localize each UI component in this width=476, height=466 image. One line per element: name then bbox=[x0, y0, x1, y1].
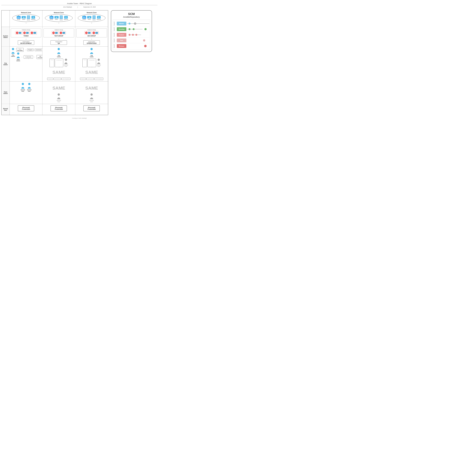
ethernet-icon-ops bbox=[97, 16, 101, 19]
branch-label-develop: branch bbox=[113, 27, 116, 31]
tower-rack-qa-1 bbox=[55, 32, 58, 34]
date: September 24, 2019 bbox=[83, 6, 96, 8]
arrow-dev-net: ↓ bbox=[11, 22, 41, 24]
personal-cred-dev: (Personal) Credentials bbox=[18, 105, 34, 111]
server-icon-qa bbox=[60, 15, 63, 19]
team-row: Team DevTeam → Projects Inventories bbox=[16, 48, 43, 52]
cell-teamadmin-dev: NormalUser NormalUser bbox=[10, 82, 43, 104]
device-switch-dev: Switch bbox=[22, 16, 26, 20]
ops-more-flow: Projects Inventories Job Templates bbox=[77, 78, 107, 80]
org-admin-head-qa bbox=[58, 48, 60, 50]
cell-teamadmin-qa: SAME NormalUser bbox=[43, 82, 75, 104]
cell-normaluser-qa: (Personal) Credentials bbox=[43, 104, 75, 115]
commit-release-1 bbox=[144, 45, 147, 47]
row-label-teamadmin: Team Admin bbox=[1, 82, 10, 104]
qa-team-box: Team bbox=[50, 59, 54, 67]
branch-commits-master bbox=[127, 22, 149, 25]
row-label-normaluser: Normal User bbox=[1, 104, 10, 115]
commit-develop-3 bbox=[144, 28, 147, 30]
tower-rack-ops-1 bbox=[88, 32, 91, 34]
branch-name-test: Test bbox=[117, 38, 126, 42]
ig-label-qa: Instance Group bbox=[44, 29, 73, 31]
team-box: Team DevTeam bbox=[16, 48, 23, 52]
instance-group-dev: Instance Group A A bbox=[11, 28, 41, 37]
cell-sysadmin-dev: Instance Group A A bbox=[10, 27, 43, 47]
device-switch-ops: Switch bbox=[87, 16, 91, 20]
rbac-grid: Network Zone Router Switch Server bbox=[1, 11, 108, 115]
device-server-ops: Server bbox=[92, 15, 96, 21]
branch-label-release: branch bbox=[113, 44, 116, 48]
ops-personal-cred: (Personal) Credentials bbox=[77, 105, 107, 111]
scm-repo-title: AnsibleRepository bbox=[113, 16, 150, 18]
network-oval-ops: Router Switch Server Ethernet bbox=[78, 14, 105, 22]
tower-node-1: A bbox=[15, 31, 22, 35]
router-icon-qa bbox=[50, 16, 53, 19]
qa-normal-user-ta: NormalUser bbox=[44, 93, 74, 103]
org-admin-body-qa bbox=[57, 51, 60, 54]
network-zone-dev: Network Zone Router Switch Server bbox=[10, 11, 43, 27]
cell-normaluser-ops: (Personal) Credentials bbox=[75, 104, 108, 115]
server-icon-ops bbox=[92, 15, 96, 19]
device-router-dev: Router bbox=[17, 16, 21, 20]
qa-more-flow: Projects Inventories Job Templates bbox=[44, 78, 74, 80]
arrow-ig-qa: ↓ bbox=[44, 38, 74, 40]
commit-master-2 bbox=[134, 23, 136, 25]
router-icon bbox=[17, 16, 21, 19]
job-templates-box-dev: Job Templates bbox=[36, 55, 43, 59]
arrow-qa-net: ↓ bbox=[44, 22, 74, 24]
same-ops-orgadmin: SAME bbox=[77, 67, 107, 78]
instance-nodes-dev: A A A bbox=[11, 31, 41, 35]
org-label-qa: Organization bbox=[52, 41, 66, 42]
arrow-ops-net: ↓ bbox=[76, 22, 107, 24]
commit-master-1 bbox=[129, 23, 130, 24]
network-zone-header-ops: Network Zone bbox=[76, 12, 107, 13]
qa-proj: Projects bbox=[47, 78, 53, 80]
server-icon bbox=[27, 15, 30, 19]
scm-panel: SCM AnsibleRepository branch Master bran… bbox=[111, 10, 152, 52]
ethernet-icon-qa bbox=[64, 16, 68, 19]
cell-teamadmin-ops: SAME NormalUser bbox=[75, 82, 108, 104]
network-zone-qa: Network Zone Router Switch Server bbox=[43, 11, 75, 27]
network-oval-dev: Router Switch Server Ethernet bbox=[12, 14, 40, 22]
qa-inv: Inventories bbox=[54, 78, 61, 80]
personal-cred-qa: (Personal) Credentials bbox=[51, 105, 67, 111]
branch-label-feature: branch bbox=[113, 33, 116, 37]
org-admin-dev: OrgAdmin bbox=[11, 48, 15, 57]
inventories-box: Inventories bbox=[35, 49, 43, 51]
qa-credentials: Credentials bbox=[55, 59, 63, 67]
qa-orgadmin-section: OrgAdmin bbox=[44, 48, 74, 58]
tower-icon-3: A bbox=[31, 32, 33, 34]
ops-flow-items: Team Credentials NormalUser bbox=[77, 59, 107, 67]
branch-label-test: branch bbox=[113, 38, 116, 42]
org-admin-body-ops bbox=[90, 51, 93, 54]
ig-name-test: TEST-GROUP bbox=[44, 35, 73, 37]
qa-personal-cred: (Personal) Credentials bbox=[44, 105, 74, 111]
qa-jt: Job Templates bbox=[61, 78, 70, 80]
page-footer: Courtesy of John Madleigh bbox=[1, 116, 158, 120]
row-label-sysadmin: System Admin bbox=[1, 27, 10, 47]
branch-row-test: branch Test bbox=[113, 37, 149, 43]
network-zone-ops: Network Zone Router Switch Server bbox=[75, 11, 108, 27]
tower-icon-1: A bbox=[16, 32, 18, 34]
org-admin-label-dev: OrgAdmin bbox=[11, 54, 15, 57]
cell-sysadmin-ops: Instance Group A A bbox=[75, 27, 108, 47]
org-label-dev: Organization bbox=[19, 41, 33, 42]
branch-row-release: branch Release bbox=[113, 43, 149, 49]
device-ethernet-dev: Ethernet bbox=[31, 16, 35, 20]
rbac-diagram: Network Zone Router Switch Server bbox=[1, 10, 108, 115]
page-header: Ansible Tower - RBAC Diagram bbox=[1, 1, 158, 5]
branch-row-feature: branch Feature bbox=[113, 32, 149, 37]
ops-team-box: Team bbox=[82, 59, 87, 67]
ops-jt: Job Templates bbox=[94, 78, 103, 80]
device-switch-qa: Switch bbox=[55, 16, 59, 20]
device-ethernet-qa: Ethernet bbox=[64, 16, 68, 20]
ops-normal-user-1: NormalUser bbox=[97, 59, 101, 67]
qa-normal-user-1: NormalUser bbox=[64, 59, 68, 67]
branch-label-master: branch bbox=[113, 22, 116, 25]
device-router-qa: Router bbox=[50, 16, 53, 20]
cell-normaluser-dev: (Personal) Credentials bbox=[10, 104, 43, 115]
ig-name-dev: DEV-GROUP bbox=[77, 35, 106, 37]
cell-sysadmin-qa: Instance Group A A bbox=[43, 27, 75, 47]
personal-cred-ops: (Personal) Credentials bbox=[83, 105, 100, 111]
device-server-dev: Server bbox=[27, 15, 30, 21]
